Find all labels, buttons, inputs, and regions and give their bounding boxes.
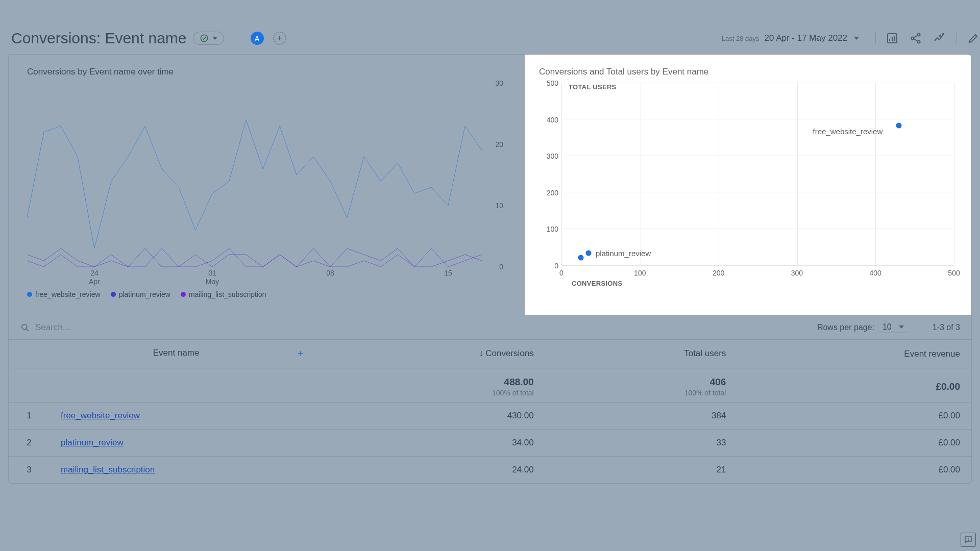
cell-users: 33 xyxy=(545,430,738,457)
scatter-chart-title: Conversions and Total users by Event nam… xyxy=(539,67,959,77)
y-tick: 30 xyxy=(495,79,503,87)
x-tick: 300 xyxy=(791,269,803,277)
line-chart-title: Conversions by Event name over time xyxy=(27,67,519,77)
scatter-point-label: free_website_review xyxy=(813,127,883,135)
cell-users: 384 xyxy=(545,403,738,430)
row-index: 2 xyxy=(9,430,50,457)
pagination-count: 1-3 of 3 xyxy=(933,323,960,332)
line-chart-legend: free_website_reviewplatinum_reviewmailin… xyxy=(27,290,519,298)
x-tick: 24Apr xyxy=(89,269,100,286)
y-tick: 400 xyxy=(539,116,558,124)
feedback-button[interactable] xyxy=(961,533,976,547)
insights-icon[interactable] xyxy=(886,32,898,44)
legend-item[interactable]: free_website_review xyxy=(27,290,101,298)
y-tick: 100 xyxy=(539,225,558,233)
x-tick: 100 xyxy=(634,269,646,277)
scatter-chart[interactable]: free_website_reviewplatinum_review010020… xyxy=(539,83,959,287)
row-index: 3 xyxy=(9,457,50,484)
table-toolbar: Rows per page: 10 1-3 of 3 xyxy=(9,315,971,339)
scatter-plot-area: free_website_reviewplatinum_review xyxy=(561,83,954,266)
trend-icon[interactable] xyxy=(933,32,945,44)
totals-users-sub: 100% of total xyxy=(556,389,726,397)
scatter-point[interactable] xyxy=(578,255,583,261)
add-segment-button[interactable]: + xyxy=(273,32,286,45)
y-axis-label: TOTAL USERS xyxy=(569,83,617,91)
rows-per-page-value: 10 xyxy=(883,322,892,331)
col-header-event-revenue[interactable]: Event revenue xyxy=(737,340,971,368)
totals-conversions: 488.00 xyxy=(504,377,534,387)
date-range-label: Last 28 days xyxy=(722,35,760,42)
svg-point-8 xyxy=(968,540,968,541)
event-name-link[interactable]: mailing_list_subscription xyxy=(61,465,155,474)
add-dimension-button[interactable]: + xyxy=(298,348,304,360)
svg-point-5 xyxy=(940,35,941,36)
share-icon[interactable] xyxy=(910,32,922,44)
svg-point-7 xyxy=(22,324,27,329)
legend-dot xyxy=(27,292,32,297)
cell-conversions: 430.00 xyxy=(315,403,545,430)
totals-users: 406 xyxy=(710,377,726,387)
search-icon xyxy=(20,322,30,333)
col-header-event-name[interactable]: Event name + xyxy=(50,340,315,368)
y-tick: 500 xyxy=(539,79,558,87)
event-name-link[interactable]: platinum_review xyxy=(61,438,124,447)
col-header-total-users[interactable]: Total users xyxy=(545,340,738,368)
event-name-link[interactable]: free_website_review xyxy=(61,411,140,420)
edit-icon[interactable] xyxy=(957,32,969,44)
legend-item[interactable]: mailing_list_subscription xyxy=(181,290,266,298)
report-card: Conversions by Event name over time 0102… xyxy=(8,54,972,484)
legend-dot xyxy=(111,292,116,297)
x-tick: 15 xyxy=(444,269,452,278)
cell-revenue: £0.00 xyxy=(737,430,971,457)
legend-item[interactable]: platinum_review xyxy=(111,290,170,298)
x-tick: 200 xyxy=(713,269,724,277)
line-chart-xaxis: 24Apr01May0815 xyxy=(27,267,482,287)
y-tick: 10 xyxy=(495,202,503,210)
legend-label: mailing_list_subscription xyxy=(189,290,266,298)
chevron-down-icon xyxy=(212,37,217,40)
cell-conversions: 34.00 xyxy=(315,430,545,457)
segment-chip[interactable]: A xyxy=(251,32,264,45)
totals-revenue: £0.00 xyxy=(936,381,960,392)
col-label: Conversions xyxy=(485,348,534,359)
cell-revenue: £0.00 xyxy=(737,403,971,430)
date-range-value: 20 Apr - 17 May 2022 xyxy=(764,33,847,43)
y-tick: 20 xyxy=(495,140,503,148)
line-chart[interactable]: 0102030 xyxy=(27,83,502,267)
cell-conversions: 24.00 xyxy=(315,457,545,484)
table-row: 2platinum_review34.0033£0.00 xyxy=(9,430,971,457)
col-label: Total users xyxy=(684,348,726,359)
status-chip[interactable] xyxy=(193,32,224,45)
y-tick: 200 xyxy=(539,189,558,197)
chevron-down-icon xyxy=(854,37,859,40)
scatter-chart-panel: Conversions and Total users by Event nam… xyxy=(525,55,971,315)
search-input[interactable] xyxy=(35,322,158,333)
scatter-point[interactable] xyxy=(896,122,902,128)
col-label: Event revenue xyxy=(904,349,960,359)
x-tick: 08 xyxy=(326,269,334,278)
x-tick: 01May xyxy=(206,269,219,286)
rows-per-page-label: Rows per page: xyxy=(817,323,874,332)
table-row: 3mailing_list_subscription24.0021£0.00 xyxy=(9,457,971,484)
x-axis-label: CONVERSIONS xyxy=(572,280,622,287)
check-circle-icon xyxy=(200,34,209,43)
svg-point-6 xyxy=(943,34,944,35)
cell-revenue: £0.00 xyxy=(737,457,971,484)
col-label: Event name xyxy=(153,348,200,358)
data-table: Event name + ↓Conversions Total users Ev… xyxy=(9,339,971,483)
table-row: 1free_website_review430.00384£0.00 xyxy=(9,403,971,430)
x-tick: 400 xyxy=(870,269,881,277)
date-range-picker[interactable]: Last 28 days 20 Apr - 17 May 2022 xyxy=(722,33,859,43)
header-actions xyxy=(875,32,969,44)
x-tick: 500 xyxy=(948,269,960,277)
y-tick: 300 xyxy=(539,152,558,160)
scatter-point[interactable] xyxy=(586,251,592,256)
table-totals-row: 488.00100% of total 406100% of total £0.… xyxy=(9,368,971,403)
rows-per-page: Rows per page: 10 xyxy=(817,321,907,333)
row-index: 1 xyxy=(9,403,50,430)
legend-label: free_website_review xyxy=(35,290,101,298)
arrow-down-icon: ↓ xyxy=(479,348,484,359)
col-header-conversions[interactable]: ↓Conversions xyxy=(315,340,545,368)
rows-per-page-select[interactable]: 10 xyxy=(879,321,907,333)
svg-point-0 xyxy=(201,35,208,42)
